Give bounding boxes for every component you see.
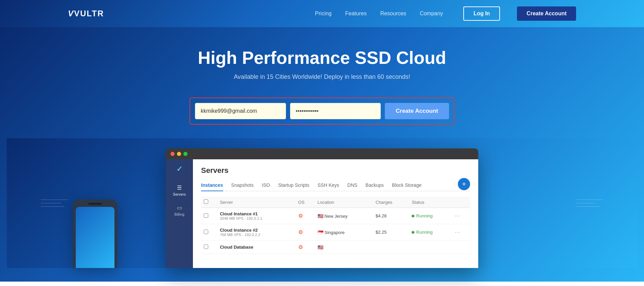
- more-options-button[interactable]: ···: [455, 213, 460, 219]
- phone-notch: [88, 203, 102, 205]
- tab-snapshots[interactable]: Snapshots: [231, 180, 254, 191]
- charges-cell: $4.28: [373, 208, 409, 224]
- server-name-cell: Cloud Instance #1 2048 MB VPS - 192.0.2.…: [217, 208, 295, 224]
- server-name: Cloud Instance #1: [220, 211, 292, 216]
- server-name-cell: Cloud Database: [217, 240, 295, 254]
- status-running: Running: [412, 230, 449, 235]
- servers-icon: ☰: [177, 184, 182, 191]
- tab-ssh-keys[interactable]: SSH Keys: [318, 180, 339, 191]
- nav-pricing[interactable]: Pricing: [315, 11, 332, 17]
- actions-cell: [452, 240, 470, 254]
- nav-resources[interactable]: Resources: [380, 11, 406, 17]
- col-checkbox: [201, 197, 217, 208]
- location-cell: 🇸🇬 Singapore: [315, 224, 373, 240]
- col-location: Location: [315, 197, 373, 208]
- location-cell: 🇺🇸: [315, 240, 373, 254]
- col-status: Status: [409, 197, 452, 208]
- mac-maximize-dot: [183, 152, 187, 156]
- create-account-nav-button[interactable]: Create Account: [517, 6, 576, 21]
- dashboard-window: ✓ ☰ Servers ▭ Billing Servers Insta: [166, 148, 478, 268]
- logo-v-icon: V: [68, 9, 74, 18]
- email-input[interactable]: [195, 103, 286, 119]
- charges-cell: $2.25: [373, 224, 409, 240]
- col-actions: [452, 197, 470, 208]
- col-os: OS: [296, 197, 315, 208]
- row-checkbox-cell: [201, 208, 217, 224]
- deco-lines-left: [41, 199, 68, 207]
- hero-subtitle: Available in 15 Cities Worldwide! Deploy…: [234, 73, 410, 81]
- row-checkbox-cell: [201, 224, 217, 240]
- flag-sg: 🇸🇬: [318, 230, 323, 235]
- sidebar-item-servers[interactable]: ☰ Servers: [166, 180, 193, 200]
- status-running: Running: [412, 213, 449, 218]
- sidebar-logo: ✓: [176, 165, 182, 174]
- server-name-cell: Cloud Instance #2 768 MB VPS - 192.0.2.2: [217, 224, 295, 240]
- mac-minimize-dot: [177, 152, 181, 156]
- mac-body: ✓ ☰ Servers ▭ Billing Servers Insta: [166, 159, 478, 268]
- server-sub: 2048 MB VPS - 192.0.2.1: [220, 216, 292, 220]
- login-button[interactable]: Log In: [463, 6, 500, 21]
- row-checkbox[interactable]: [204, 245, 208, 249]
- server-name: Cloud Database: [220, 245, 292, 250]
- logo-text: VULTR: [74, 9, 104, 18]
- os-cell: ⚙: [296, 208, 315, 224]
- main-content-area: Servers Instances Snapshots ISO Startup …: [193, 159, 478, 268]
- hero-title: High Performance SSD Cloud: [198, 48, 446, 68]
- section-title: Servers: [201, 166, 470, 175]
- tab-block-storage[interactable]: Block Storage: [392, 180, 422, 191]
- hero-section: High Performance SSD Cloud Available in …: [0, 27, 644, 282]
- tab-instances[interactable]: Instances: [201, 180, 223, 191]
- app-sidebar: ✓ ☰ Servers ▭ Billing: [166, 159, 193, 268]
- mac-titlebar: [166, 148, 478, 159]
- sidebar-servers-label: Servers: [173, 192, 186, 196]
- os-cell: ⚙: [296, 240, 315, 254]
- select-all-checkbox[interactable]: [204, 199, 208, 204]
- flag: 🇺🇸: [318, 245, 323, 250]
- os-ubuntu-icon: ⚙: [298, 229, 303, 235]
- mac-close-dot: [171, 152, 175, 156]
- col-charges: Charges: [373, 197, 409, 208]
- nav-company[interactable]: Company: [420, 11, 443, 17]
- row-checkbox[interactable]: [204, 213, 208, 218]
- location-cell: 🇺🇸 New Jersey: [315, 208, 373, 224]
- status-cell: Running: [409, 224, 452, 240]
- deco-lines-right: [576, 199, 603, 207]
- status-cell: [409, 240, 452, 254]
- add-server-button[interactable]: +: [458, 178, 470, 190]
- os-icon: ⚙: [298, 244, 303, 250]
- status-cell: Running: [409, 208, 452, 224]
- charges-cell: [373, 240, 409, 254]
- sidebar-billing-label: Billing: [174, 212, 184, 216]
- create-account-hero-button[interactable]: Create Account: [385, 103, 449, 119]
- server-tabs: Instances Snapshots ISO Startup Scripts …: [201, 180, 470, 191]
- server-sub: 768 MB VPS - 192.0.2.2: [220, 233, 292, 237]
- servers-table: Server OS Location Charges Status: [201, 197, 470, 254]
- billing-icon: ▭: [177, 204, 182, 211]
- tab-iso[interactable]: ISO: [262, 180, 270, 191]
- phone-mockup: [73, 199, 117, 268]
- tab-startup-scripts[interactable]: Startup Scripts: [278, 180, 309, 191]
- table-row: Cloud Instance #2 768 MB VPS - 192.0.2.2…: [201, 224, 470, 240]
- sidebar-item-billing[interactable]: ▭ Billing: [166, 200, 193, 220]
- col-server: Server: [217, 197, 295, 208]
- password-input[interactable]: [290, 103, 381, 119]
- row-checkbox-cell: [201, 240, 217, 254]
- more-options-button[interactable]: ···: [455, 229, 460, 235]
- actions-cell: ···: [452, 224, 470, 240]
- flag-us: 🇺🇸: [318, 213, 323, 219]
- header: V VULTR Pricing Features Resources Compa…: [0, 0, 644, 27]
- status-dot: [412, 215, 414, 217]
- os-ubuntu-icon: ⚙: [298, 213, 303, 219]
- logo: V VULTR: [68, 9, 104, 18]
- status-dot: [412, 231, 414, 234]
- server-name: Cloud Instance #2: [220, 228, 292, 233]
- table-row: Cloud Database ⚙ 🇺🇸: [201, 240, 470, 254]
- table-row: Cloud Instance #1 2048 MB VPS - 192.0.2.…: [201, 208, 470, 224]
- tab-backups[interactable]: Backups: [365, 180, 384, 191]
- phone-screen: [76, 207, 114, 268]
- tab-dns[interactable]: DNS: [347, 180, 358, 191]
- row-checkbox[interactable]: [204, 230, 208, 234]
- main-nav: Pricing Features Resources Company Log I…: [315, 6, 576, 21]
- os-cell: ⚙: [296, 224, 315, 240]
- nav-features[interactable]: Features: [345, 11, 366, 17]
